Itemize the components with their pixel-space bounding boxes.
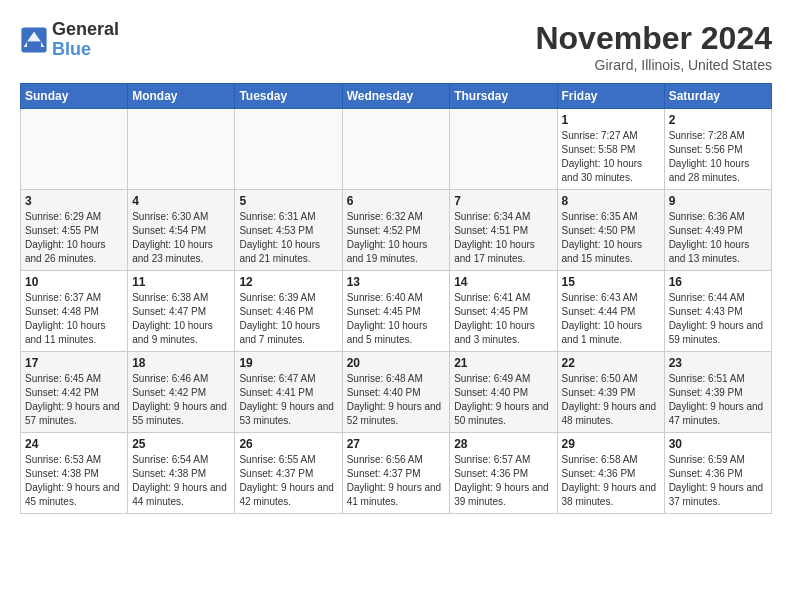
day-cell: 17Sunrise: 6:45 AMSunset: 4:42 PMDayligh… <box>21 352 128 433</box>
day-number: 12 <box>239 275 337 289</box>
day-number: 4 <box>132 194 230 208</box>
logo-icon <box>20 26 48 54</box>
day-cell: 8Sunrise: 6:35 AMSunset: 4:50 PMDaylight… <box>557 190 664 271</box>
calendar: SundayMondayTuesdayWednesdayThursdayFrid… <box>20 83 772 514</box>
header-monday: Monday <box>128 84 235 109</box>
day-cell: 5Sunrise: 6:31 AMSunset: 4:53 PMDaylight… <box>235 190 342 271</box>
day-cell: 11Sunrise: 6:38 AMSunset: 4:47 PMDayligh… <box>128 271 235 352</box>
day-number: 7 <box>454 194 552 208</box>
day-info: Sunrise: 6:34 AMSunset: 4:51 PMDaylight:… <box>454 210 552 266</box>
day-cell <box>450 109 557 190</box>
day-info: Sunrise: 6:43 AMSunset: 4:44 PMDaylight:… <box>562 291 660 347</box>
day-info: Sunrise: 6:45 AMSunset: 4:42 PMDaylight:… <box>25 372 123 428</box>
day-number: 11 <box>132 275 230 289</box>
day-info: Sunrise: 6:47 AMSunset: 4:41 PMDaylight:… <box>239 372 337 428</box>
day-number: 21 <box>454 356 552 370</box>
day-number: 26 <box>239 437 337 451</box>
day-cell <box>235 109 342 190</box>
day-cell: 28Sunrise: 6:57 AMSunset: 4:36 PMDayligh… <box>450 433 557 514</box>
day-cell: 20Sunrise: 6:48 AMSunset: 4:40 PMDayligh… <box>342 352 450 433</box>
day-cell: 3Sunrise: 6:29 AMSunset: 4:55 PMDaylight… <box>21 190 128 271</box>
day-info: Sunrise: 7:27 AMSunset: 5:58 PMDaylight:… <box>562 129 660 185</box>
day-cell: 24Sunrise: 6:53 AMSunset: 4:38 PMDayligh… <box>21 433 128 514</box>
day-cell: 1Sunrise: 7:27 AMSunset: 5:58 PMDaylight… <box>557 109 664 190</box>
day-number: 16 <box>669 275 767 289</box>
day-info: Sunrise: 6:41 AMSunset: 4:45 PMDaylight:… <box>454 291 552 347</box>
header-wednesday: Wednesday <box>342 84 450 109</box>
week-row-4: 24Sunrise: 6:53 AMSunset: 4:38 PMDayligh… <box>21 433 772 514</box>
logo-blue: Blue <box>52 39 91 59</box>
day-cell: 13Sunrise: 6:40 AMSunset: 4:45 PMDayligh… <box>342 271 450 352</box>
day-number: 8 <box>562 194 660 208</box>
day-number: 1 <box>562 113 660 127</box>
day-info: Sunrise: 6:55 AMSunset: 4:37 PMDaylight:… <box>239 453 337 509</box>
day-number: 17 <box>25 356 123 370</box>
header-friday: Friday <box>557 84 664 109</box>
day-number: 5 <box>239 194 337 208</box>
header-row: SundayMondayTuesdayWednesdayThursdayFrid… <box>21 84 772 109</box>
day-info: Sunrise: 6:44 AMSunset: 4:43 PMDaylight:… <box>669 291 767 347</box>
week-row-3: 17Sunrise: 6:45 AMSunset: 4:42 PMDayligh… <box>21 352 772 433</box>
day-cell: 15Sunrise: 6:43 AMSunset: 4:44 PMDayligh… <box>557 271 664 352</box>
day-cell: 29Sunrise: 6:58 AMSunset: 4:36 PMDayligh… <box>557 433 664 514</box>
day-info: Sunrise: 6:58 AMSunset: 4:36 PMDaylight:… <box>562 453 660 509</box>
day-number: 13 <box>347 275 446 289</box>
day-info: Sunrise: 6:29 AMSunset: 4:55 PMDaylight:… <box>25 210 123 266</box>
day-number: 30 <box>669 437 767 451</box>
day-number: 22 <box>562 356 660 370</box>
day-info: Sunrise: 6:30 AMSunset: 4:54 PMDaylight:… <box>132 210 230 266</box>
day-info: Sunrise: 6:54 AMSunset: 4:38 PMDaylight:… <box>132 453 230 509</box>
week-row-1: 3Sunrise: 6:29 AMSunset: 4:55 PMDaylight… <box>21 190 772 271</box>
day-info: Sunrise: 6:35 AMSunset: 4:50 PMDaylight:… <box>562 210 660 266</box>
day-info: Sunrise: 6:59 AMSunset: 4:36 PMDaylight:… <box>669 453 767 509</box>
week-row-2: 10Sunrise: 6:37 AMSunset: 4:48 PMDayligh… <box>21 271 772 352</box>
day-info: Sunrise: 6:51 AMSunset: 4:39 PMDaylight:… <box>669 372 767 428</box>
day-number: 15 <box>562 275 660 289</box>
day-number: 9 <box>669 194 767 208</box>
day-info: Sunrise: 6:36 AMSunset: 4:49 PMDaylight:… <box>669 210 767 266</box>
day-info: Sunrise: 6:40 AMSunset: 4:45 PMDaylight:… <box>347 291 446 347</box>
day-number: 10 <box>25 275 123 289</box>
day-cell: 25Sunrise: 6:54 AMSunset: 4:38 PMDayligh… <box>128 433 235 514</box>
day-info: Sunrise: 6:57 AMSunset: 4:36 PMDaylight:… <box>454 453 552 509</box>
day-number: 20 <box>347 356 446 370</box>
location-title: Girard, Illinois, United States <box>535 57 772 73</box>
day-info: Sunrise: 6:39 AMSunset: 4:46 PMDaylight:… <box>239 291 337 347</box>
day-cell: 7Sunrise: 6:34 AMSunset: 4:51 PMDaylight… <box>450 190 557 271</box>
header-saturday: Saturday <box>664 84 771 109</box>
calendar-header: SundayMondayTuesdayWednesdayThursdayFrid… <box>21 84 772 109</box>
day-number: 23 <box>669 356 767 370</box>
day-cell: 22Sunrise: 6:50 AMSunset: 4:39 PMDayligh… <box>557 352 664 433</box>
day-cell: 18Sunrise: 6:46 AMSunset: 4:42 PMDayligh… <box>128 352 235 433</box>
header-sunday: Sunday <box>21 84 128 109</box>
day-info: Sunrise: 6:38 AMSunset: 4:47 PMDaylight:… <box>132 291 230 347</box>
day-info: Sunrise: 6:56 AMSunset: 4:37 PMDaylight:… <box>347 453 446 509</box>
day-number: 14 <box>454 275 552 289</box>
day-number: 2 <box>669 113 767 127</box>
day-cell: 27Sunrise: 6:56 AMSunset: 4:37 PMDayligh… <box>342 433 450 514</box>
day-cell: 12Sunrise: 6:39 AMSunset: 4:46 PMDayligh… <box>235 271 342 352</box>
day-number: 18 <box>132 356 230 370</box>
day-cell: 2Sunrise: 7:28 AMSunset: 5:56 PMDaylight… <box>664 109 771 190</box>
logo: General Blue <box>20 20 119 60</box>
day-number: 27 <box>347 437 446 451</box>
day-info: Sunrise: 6:32 AMSunset: 4:52 PMDaylight:… <box>347 210 446 266</box>
month-title: November 2024 <box>535 20 772 57</box>
day-info: Sunrise: 6:31 AMSunset: 4:53 PMDaylight:… <box>239 210 337 266</box>
logo-general: General <box>52 20 119 40</box>
day-info: Sunrise: 6:46 AMSunset: 4:42 PMDaylight:… <box>132 372 230 428</box>
day-number: 6 <box>347 194 446 208</box>
day-cell <box>128 109 235 190</box>
day-cell: 9Sunrise: 6:36 AMSunset: 4:49 PMDaylight… <box>664 190 771 271</box>
day-number: 3 <box>25 194 123 208</box>
day-number: 28 <box>454 437 552 451</box>
day-cell: 23Sunrise: 6:51 AMSunset: 4:39 PMDayligh… <box>664 352 771 433</box>
day-info: Sunrise: 7:28 AMSunset: 5:56 PMDaylight:… <box>669 129 767 185</box>
day-cell: 14Sunrise: 6:41 AMSunset: 4:45 PMDayligh… <box>450 271 557 352</box>
svg-rect-2 <box>27 41 41 47</box>
day-cell: 19Sunrise: 6:47 AMSunset: 4:41 PMDayligh… <box>235 352 342 433</box>
day-info: Sunrise: 6:50 AMSunset: 4:39 PMDaylight:… <box>562 372 660 428</box>
day-number: 29 <box>562 437 660 451</box>
week-row-0: 1Sunrise: 7:27 AMSunset: 5:58 PMDaylight… <box>21 109 772 190</box>
page-header: General Blue November 2024 Girard, Illin… <box>20 20 772 73</box>
